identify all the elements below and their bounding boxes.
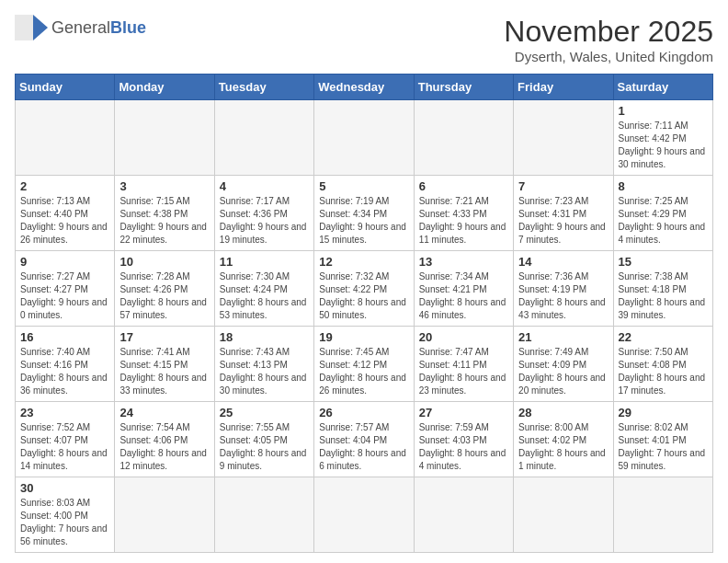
table-row [414, 477, 513, 553]
day-info: Sunrise: 7:34 AM Sunset: 4:21 PM Dayligh… [419, 270, 508, 322]
day-number: 24 [119, 406, 209, 419]
svg-marker-1 [33, 15, 48, 40]
table-row: 19Sunrise: 7:45 AM Sunset: 4:12 PM Dayli… [314, 327, 414, 402]
day-info: Sunrise: 7:27 AM Sunset: 4:27 PM Dayligh… [20, 270, 109, 322]
header-monday: Monday [115, 75, 214, 100]
table-row: 9Sunrise: 7:27 AM Sunset: 4:27 PM Daylig… [16, 251, 115, 327]
table-row: 13Sunrise: 7:34 AM Sunset: 4:21 PM Dayli… [414, 251, 513, 327]
header-wednesday: Wednesday [314, 75, 414, 100]
table-row: 21Sunrise: 7:49 AM Sunset: 4:09 PM Dayli… [514, 327, 613, 402]
day-number: 27 [419, 406, 508, 419]
table-row: 11Sunrise: 7:30 AM Sunset: 4:24 PM Dayli… [214, 251, 313, 327]
day-number: 16 [20, 330, 109, 344]
day-info: Sunrise: 7:17 AM Sunset: 4:36 PM Dayligh… [220, 195, 309, 247]
day-number: 10 [119, 255, 209, 269]
day-number: 28 [518, 406, 608, 419]
header-sunday: Sunday [16, 75, 115, 100]
table-row: 26Sunrise: 7:57 AM Sunset: 4:04 PM Dayli… [314, 402, 414, 477]
day-number: 21 [518, 330, 608, 344]
svg-rect-0 [15, 15, 33, 40]
day-number: 4 [220, 179, 309, 193]
day-number: 12 [319, 255, 408, 269]
day-info: Sunrise: 8:02 AM Sunset: 4:01 PM Dayligh… [619, 421, 708, 473]
logo-text: GeneralBlue [51, 18, 146, 38]
day-number: 25 [220, 406, 309, 419]
day-info: Sunrise: 7:54 AM Sunset: 4:06 PM Dayligh… [119, 421, 209, 473]
day-number: 5 [319, 179, 408, 193]
day-info: Sunrise: 7:55 AM Sunset: 4:05 PM Dayligh… [220, 421, 309, 473]
table-row [16, 100, 115, 176]
day-info: Sunrise: 7:47 AM Sunset: 4:11 PM Dayligh… [419, 346, 508, 397]
day-info: Sunrise: 8:03 AM Sunset: 4:00 PM Dayligh… [20, 497, 109, 548]
table-row: 15Sunrise: 7:38 AM Sunset: 4:18 PM Dayli… [613, 251, 712, 327]
table-row: 20Sunrise: 7:47 AM Sunset: 4:11 PM Dayli… [414, 327, 513, 402]
table-row: 14Sunrise: 7:36 AM Sunset: 4:19 PM Dayli… [514, 251, 613, 327]
day-number: 30 [20, 481, 109, 495]
day-info: Sunrise: 7:19 AM Sunset: 4:34 PM Dayligh… [319, 195, 408, 247]
day-number: 3 [119, 179, 209, 193]
day-info: Sunrise: 8:00 AM Sunset: 4:02 PM Dayligh… [518, 421, 608, 473]
table-row [613, 477, 712, 553]
day-number: 8 [619, 179, 708, 193]
table-row: 29Sunrise: 8:02 AM Sunset: 4:01 PM Dayli… [613, 402, 712, 477]
day-info: Sunrise: 7:38 AM Sunset: 4:18 PM Dayligh… [619, 270, 708, 322]
calendar: Sunday Monday Tuesday Wednesday Thursday… [15, 74, 713, 553]
day-info: Sunrise: 7:15 AM Sunset: 4:38 PM Dayligh… [119, 195, 209, 247]
table-row [514, 100, 613, 176]
table-row: 28Sunrise: 8:00 AM Sunset: 4:02 PM Dayli… [514, 402, 613, 477]
page-header: GeneralBlue November 2025 Dyserth, Wales… [15, 15, 713, 64]
table-row: 4Sunrise: 7:17 AM Sunset: 4:36 PM Daylig… [214, 176, 313, 251]
table-row: 25Sunrise: 7:55 AM Sunset: 4:05 PM Dayli… [214, 402, 313, 477]
table-row: 18Sunrise: 7:43 AM Sunset: 4:13 PM Dayli… [214, 327, 313, 402]
day-info: Sunrise: 7:50 AM Sunset: 4:08 PM Dayligh… [619, 346, 708, 397]
day-number: 6 [419, 179, 508, 193]
logo-icon [15, 15, 48, 40]
table-row: 23Sunrise: 7:52 AM Sunset: 4:07 PM Dayli… [16, 402, 115, 477]
table-row: 3Sunrise: 7:15 AM Sunset: 4:38 PM Daylig… [115, 176, 214, 251]
day-number: 18 [220, 330, 309, 344]
table-row: 30Sunrise: 8:03 AM Sunset: 4:00 PM Dayli… [16, 477, 115, 553]
day-number: 7 [518, 179, 608, 193]
table-row: 22Sunrise: 7:50 AM Sunset: 4:08 PM Dayli… [613, 327, 712, 402]
day-info: Sunrise: 7:43 AM Sunset: 4:13 PM Dayligh… [220, 346, 309, 397]
day-info: Sunrise: 7:49 AM Sunset: 4:09 PM Dayligh… [518, 346, 608, 397]
logo: GeneralBlue [15, 15, 146, 40]
table-row [115, 477, 214, 553]
day-number: 26 [319, 406, 408, 419]
table-row [514, 477, 613, 553]
day-info: Sunrise: 7:52 AM Sunset: 4:07 PM Dayligh… [20, 421, 109, 473]
day-number: 1 [619, 104, 708, 118]
day-info: Sunrise: 7:28 AM Sunset: 4:26 PM Dayligh… [119, 270, 209, 322]
table-row: 27Sunrise: 7:59 AM Sunset: 4:03 PM Dayli… [414, 402, 513, 477]
table-row: 1Sunrise: 7:11 AM Sunset: 4:42 PM Daylig… [613, 100, 712, 176]
header-thursday: Thursday [414, 75, 513, 100]
table-row: 6Sunrise: 7:21 AM Sunset: 4:33 PM Daylig… [414, 176, 513, 251]
day-number: 11 [220, 255, 309, 269]
calendar-header-row: Sunday Monday Tuesday Wednesday Thursday… [16, 75, 713, 100]
table-row: 10Sunrise: 7:28 AM Sunset: 4:26 PM Dayli… [115, 251, 214, 327]
day-info: Sunrise: 7:36 AM Sunset: 4:19 PM Dayligh… [518, 270, 608, 322]
table-row: 7Sunrise: 7:23 AM Sunset: 4:31 PM Daylig… [514, 176, 613, 251]
header-saturday: Saturday [613, 75, 712, 100]
day-number: 19 [319, 330, 408, 344]
day-info: Sunrise: 7:23 AM Sunset: 4:31 PM Dayligh… [518, 195, 608, 247]
day-number: 29 [619, 406, 708, 419]
day-info: Sunrise: 7:25 AM Sunset: 4:29 PM Dayligh… [619, 195, 708, 247]
table-row [214, 477, 313, 553]
day-info: Sunrise: 7:13 AM Sunset: 4:40 PM Dayligh… [20, 195, 109, 247]
day-info: Sunrise: 7:41 AM Sunset: 4:15 PM Dayligh… [119, 346, 209, 397]
table-row [314, 477, 414, 553]
table-row [314, 100, 414, 176]
day-info: Sunrise: 7:45 AM Sunset: 4:12 PM Dayligh… [319, 346, 408, 397]
location: Dyserth, Wales, United Kingdom [504, 49, 713, 64]
table-row: 16Sunrise: 7:40 AM Sunset: 4:16 PM Dayli… [16, 327, 115, 402]
day-info: Sunrise: 7:21 AM Sunset: 4:33 PM Dayligh… [419, 195, 508, 247]
day-number: 17 [119, 330, 209, 344]
table-row: 24Sunrise: 7:54 AM Sunset: 4:06 PM Dayli… [115, 402, 214, 477]
day-number: 15 [619, 255, 708, 269]
header-friday: Friday [514, 75, 613, 100]
table-row: 5Sunrise: 7:19 AM Sunset: 4:34 PM Daylig… [314, 176, 414, 251]
day-number: 23 [20, 406, 109, 419]
day-number: 2 [20, 179, 109, 193]
day-info: Sunrise: 7:40 AM Sunset: 4:16 PM Dayligh… [20, 346, 109, 397]
